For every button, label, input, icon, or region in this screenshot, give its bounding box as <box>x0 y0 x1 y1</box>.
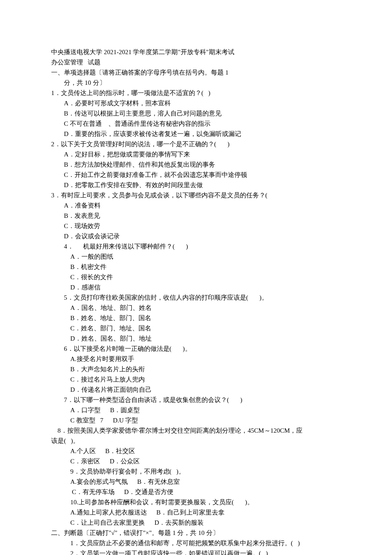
q5-option-a: A．国名、地址、部门、姓名 <box>51 303 341 313</box>
q6-option-b: B．大声念知名片上的头衔 <box>51 364 341 374</box>
q8-stem-2: 该是( )。 <box>51 436 341 446</box>
q1-stem: 1．文员传达上司的指示时，哪一项做法是不适宜的？( ) <box>51 88 341 98</box>
q6-option-c: C．接过名片马上放人兜内 <box>51 374 341 384</box>
q9-stem: 9．文员协助举行宴会时，不用考虑( )。 <box>51 466 341 477</box>
q5-option-b: B．姓名、地址、部门、国名 <box>51 313 341 323</box>
s2-q1: 1．文员应防止不必要的通信和邮寄，尽可能把频繁的联系集中起来分批进行。( ) <box>51 538 341 548</box>
q3-option-c: C．现场效劳 <box>51 221 341 231</box>
q4-option-a: A．一般的图纸 <box>51 251 341 262</box>
section1-title: 一、单项选择题〔请将正确答案的字母序号填在括号内。每题 1 <box>51 67 341 78</box>
q1-option-b: B．传达可以根据上司主要意思，溶人自己对问题的意见 <box>51 108 341 119</box>
q4-option-d: D．感谢信 <box>51 282 341 292</box>
q7-stem: 7．以下哪一种类型适合自由谈话，或是收集创意的会议？( ) <box>51 395 341 405</box>
q2-option-b: B．想方法加快处理邮件、信件和其他反复出现的事务 <box>51 159 341 170</box>
section2-title: 二、判断题〔正确打"√"，错误打"×"。每题 1 分，共 10 分〕 <box>51 528 341 538</box>
header-line-1: 中央播送电视大学 2021-2021 学年度第二学期"开放专科"期末考试 <box>51 47 341 57</box>
q6-option-d: D．传递名片将正面朝向自己 <box>51 384 341 395</box>
q3-stem: 3．有时应上司要求，文员参与会见或会谈，以下哪些内容不是文员的任务？( <box>51 190 341 200</box>
q4-stem: 4． 机最好用来传送以下哪种邮件？( ) <box>51 241 341 251</box>
q10-option-ab: A.通知上司家人把衣服送达 B．自己到上司家里去拿 <box>51 507 341 517</box>
q3-option-a: A．准备资料 <box>51 200 341 211</box>
q9-option-cd: C．有无停车场 D．交通是否方便 <box>51 487 341 497</box>
q1-option-a: A．必要时可形成文字材料，照本宣科 <box>51 98 341 108</box>
q3-option-b: B．发表意见 <box>51 211 341 221</box>
q5-option-d: D．姓名、国名、部门、地址 <box>51 333 341 344</box>
q2-option-a: A．定好目标，把想做或需要做的事情写下来 <box>51 149 341 159</box>
q3-option-d: D．会议或会谈记录 <box>51 231 341 241</box>
q7-option-cd: C 教室型 7 D.U 字型 <box>51 415 341 425</box>
q6-stem: 6．以下接受名片时唯一正确的做法是( )。 <box>51 344 341 354</box>
q8-stem-1: 8．按照美国人类学家爱德华·霍尔博士对交往空间距离的划分理论，45CM～120C… <box>51 425 341 436</box>
section1-title-cont: 分，共 10 分〕 <box>51 78 341 88</box>
q10-stem: 10.上司参加各种应酬和会议，有时需要更换服装，文员应( )。 <box>51 497 341 507</box>
s2-q2: 2．文员第一次做一项工作时应该快一些，如果错误可以再做一遍。( ) <box>51 548 341 555</box>
q8-option-cd: C．亲密区 D．公众区 <box>51 456 341 466</box>
q5-stem: 5．文员打印寄往欧美国家的信封，收信人内容的打印顺序应该是( )。 <box>51 292 341 303</box>
q2-stem: 2．以下关于文员管理好时间的说法，哪一个是不正确的？( ) <box>51 139 341 149</box>
q4-option-c: C．很长的文件 <box>51 272 341 282</box>
q10-option-cd: C．让上司自己去家里更换 D．去买新的服装 <box>51 517 341 528</box>
q1-option-c: C 不可在普通 、普通函件里传达有秘密内容的指示 <box>51 119 341 129</box>
q6-option-a: A.接受名片时要用双手 <box>51 354 341 364</box>
header-line-2: 办公室管理 试题 <box>51 57 341 67</box>
q2-option-c: C．开始工作之前要做好准备工作，就不会因遗忘某事而中途停顿 <box>51 170 341 180</box>
q5-option-c: C．姓名、部门、地址、国名 <box>51 323 341 333</box>
q2-option-d: D．把零散工作安排在安静、有效的时间段里去做 <box>51 180 341 190</box>
q8-option-ab: A.个人区 B．社交区 <box>51 446 341 456</box>
q4-option-b: B．机密文件 <box>51 262 341 272</box>
q9-option-ab: A.宴会的形式与气氛 B．有无休息室 <box>51 477 341 487</box>
q7-option-ab: A．口字型 B．圆桌型 <box>51 405 341 415</box>
q1-option-d: D．重要的指示，应该要求被传达者复述一遍，以免漏听或漏记 <box>51 129 341 139</box>
